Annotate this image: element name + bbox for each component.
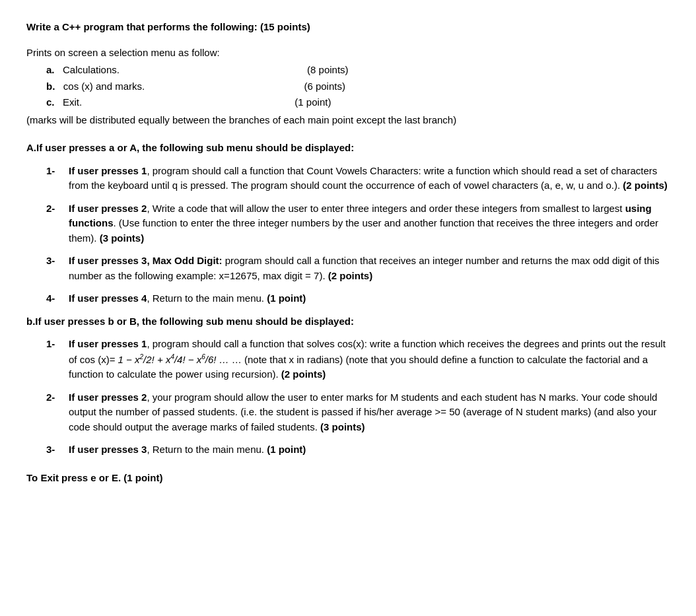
a-item-2-content: If user presses 2, Write a code that wil… — [69, 201, 670, 246]
b-item-2-content: If user presses 2, your program should a… — [69, 390, 670, 435]
menu-item-c: c. Exit. (1 point) — [46, 95, 670, 110]
section-a-item-1: 1- If user presses 1, program should cal… — [46, 164, 670, 193]
b-item-2-bold: If user presses 2 — [69, 392, 147, 403]
a-item-4-bold: If user presses 4 — [69, 292, 147, 304]
b-item-3-points: (1 point) — [267, 444, 306, 455]
section-b-title: b.If user presses b or B, the following … — [26, 314, 670, 329]
a-item-2-number: 2- — [46, 201, 65, 246]
a-item-4-points: (1 point) — [267, 292, 306, 304]
a-item-3-points: (2 points) — [328, 270, 373, 281]
section-a-item-4: 4- If user presses 4, Return to the main… — [46, 291, 670, 306]
menu-points-c: (1 point) — [295, 96, 331, 108]
a-item-3-max: , Max Odd Digit: — [147, 255, 222, 266]
a-item-4-number: 4- — [46, 291, 65, 306]
footer-text: To Exit press e or E. (1 point) — [26, 471, 670, 486]
b-item-3-number: 3- — [46, 442, 65, 458]
section-b-item-2: 2- If user presses 2, your program shoul… — [46, 390, 670, 435]
section-a-prefix: A. — [26, 142, 36, 153]
section-a-item-3: 3- If user presses 3, Max Odd Digit: pro… — [46, 254, 670, 283]
b-item-1-formula: 1 − x2/2! + x4/4! − x6/6! … — [118, 354, 229, 365]
section-a-suffix: , the following sub menu should be displ… — [137, 142, 354, 153]
menu-label-a: a. — [46, 64, 55, 75]
main-title: Write a C++ program that performs the fo… — [26, 20, 670, 35]
a-item-1-content: If user presses 1, program should call a… — [69, 164, 670, 193]
menu-label-b: b. — [46, 81, 55, 92]
a-item-2-using-functions: using functions — [69, 203, 652, 229]
menu-label-c: c. — [46, 96, 55, 108]
section-b-suffix: , the following sub menu should be displ… — [137, 316, 354, 327]
b-item-2-points: (3 points) — [320, 421, 365, 432]
b-item-3-content: If user presses 3, Return to the main me… — [69, 442, 670, 458]
a-item-1-points: (2 points) — [623, 180, 668, 191]
b-item-1-content: If user presses 1, program should call a… — [69, 337, 670, 382]
section-a-title: A.If user presses a or A, the following … — [26, 141, 670, 156]
intro-text: Prints on screen a selection menu as fol… — [26, 46, 670, 61]
a-item-3-content: If user presses 3, Max Odd Digit: progra… — [69, 254, 670, 283]
menu-points-b: (6 points) — [304, 81, 345, 92]
menu-item-a: a. Calculations. (8 points) — [46, 63, 670, 78]
a-item-1-number: 1- — [46, 164, 65, 193]
section-a-bold: If user presses a or A — [36, 142, 137, 153]
a-item-2-bold: If user presses 2 — [69, 203, 147, 214]
section-b-bold: If user presses b or B — [35, 316, 136, 327]
section-b-items: 1- If user presses 1, program should cal… — [46, 337, 670, 458]
a-item-3-bold: If user presses 3 — [69, 255, 147, 266]
section-b-item-3: 3- If user presses 3, Return to the main… — [46, 442, 670, 458]
a-item-4-content: If user presses 4, Return to the main me… — [69, 291, 670, 306]
section-a-item-2: 2- If user presses 2, Write a code that … — [46, 201, 670, 246]
b-item-3-bold: If user presses 3 — [69, 444, 147, 455]
b-item-1-bold: If user presses 1 — [69, 338, 147, 349]
section-b-prefix: b. — [26, 316, 35, 327]
menu-item-b: b. cos (x) and marks. (6 points) — [46, 79, 670, 94]
section-b-item-1: 1- If user presses 1, program should cal… — [46, 337, 670, 382]
a-item-2-points: (3 points) — [100, 232, 145, 244]
note-text: (marks will be distributed equally betwe… — [26, 113, 670, 128]
menu-points-a: (8 points) — [307, 64, 349, 75]
b-item-1-points: (2 points) — [281, 368, 326, 380]
section-a-items: 1- If user presses 1, program should cal… — [46, 164, 670, 306]
b-item-2-number: 2- — [46, 390, 65, 435]
a-item-3-number: 3- — [46, 254, 65, 283]
a-item-1-bold: If user presses 1 — [69, 165, 147, 176]
b-item-1-number: 1- — [46, 337, 65, 382]
menu-list: a. Calculations. (8 points) b. cos (x) a… — [46, 63, 670, 110]
